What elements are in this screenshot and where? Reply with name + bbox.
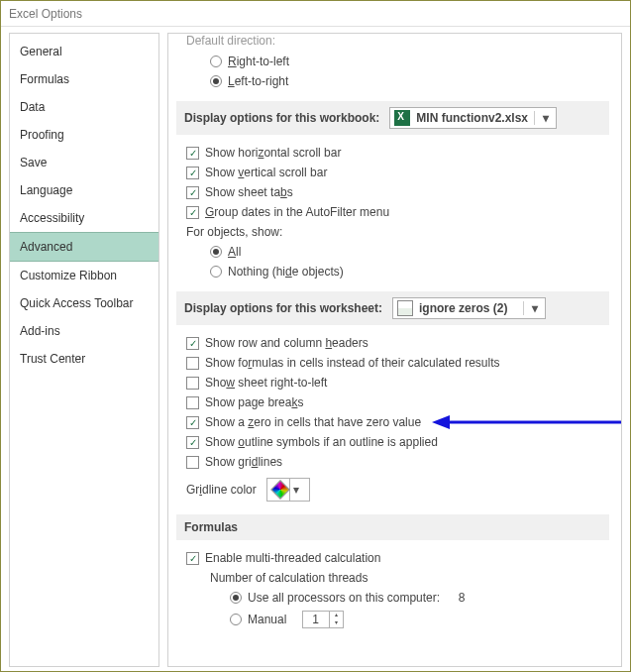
workbook-name: MIN functionv2.xlsx: [416, 111, 528, 125]
dialog-body: General Formulas Data Proofing Save Lang…: [1, 27, 630, 672]
sidebar-item-data[interactable]: Data: [10, 93, 158, 121]
default-direction-label: Default direction:: [182, 34, 609, 52]
radio-objects-all-label: All: [228, 245, 241, 259]
chk-hscroll[interactable]: [186, 147, 199, 160]
radio-left-to-right-label: Left-to-right: [228, 74, 288, 88]
manual-threads-value: 1: [303, 613, 329, 626]
sidebar-item-proofing[interactable]: Proofing: [10, 121, 158, 149]
sidebar-item-addins[interactable]: Add-ins: [10, 317, 158, 345]
chk-outline-symbols-label: Show outline symbols if an outline is ap…: [205, 435, 438, 449]
worksheet-icon: [397, 300, 413, 316]
radio-objects-all[interactable]: [210, 246, 222, 258]
options-panel: Default direction: Right-to-left Left-to…: [167, 33, 622, 667]
chevron-down-icon: ▾: [534, 111, 552, 125]
category-sidebar: General Formulas Data Proofing Save Lang…: [9, 33, 159, 667]
chevron-down-icon: ▾: [523, 301, 541, 315]
spin-down-icon[interactable]: ▾: [330, 619, 343, 627]
svg-marker-1: [432, 415, 450, 429]
radio-objects-nothing-label: Nothing (hide objects): [228, 265, 344, 279]
spin-up-icon[interactable]: ▴: [330, 612, 343, 619]
radio-all-processors[interactable]: [230, 592, 242, 604]
section-workbook-label: Display options for this workbook:: [184, 111, 379, 125]
chk-show-formulas-label: Show formulas in cells instead of their …: [205, 356, 499, 370]
section-formulas: Formulas: [176, 514, 609, 540]
radio-right-to-left[interactable]: [210, 56, 222, 67]
color-swatch-icon: [270, 480, 290, 500]
num-threads-label: Number of calculation threads: [182, 568, 609, 588]
sidebar-item-advanced[interactable]: Advanced: [10, 232, 158, 262]
worksheet-name: ignore zeros (2): [419, 301, 507, 315]
chk-gridlines-label: Show gridlines: [205, 455, 282, 469]
section-formulas-label: Formulas: [184, 520, 238, 534]
chk-sheet-rtl-label: Show sheet right-to-left: [205, 376, 327, 390]
chk-zero-values-label: Show a zero in cells that have zero valu…: [205, 415, 421, 429]
chk-group-dates-label: Group dates in the AutoFilter menu: [205, 205, 389, 219]
radio-manual-label: Manual: [248, 613, 286, 626]
chk-sheet-tabs[interactable]: [186, 186, 199, 199]
chk-outline-symbols[interactable]: [186, 436, 199, 449]
chk-hscroll-label: Show horizontal scroll bar: [205, 146, 341, 160]
radio-right-to-left-label: Right-to-left: [228, 55, 289, 68]
chk-multithread-label: Enable multi-threaded calculation: [205, 551, 380, 565]
excel-file-icon: [394, 110, 410, 126]
sidebar-item-customize-ribbon[interactable]: Customize Ribbon: [10, 262, 158, 289]
manual-threads-spinner[interactable]: 1 ▴▾: [302, 611, 344, 628]
section-worksheet-label: Display options for this worksheet:: [184, 301, 382, 315]
chk-gridlines[interactable]: [186, 456, 199, 469]
radio-objects-nothing[interactable]: [210, 266, 222, 278]
chk-page-breaks[interactable]: [186, 396, 199, 409]
sidebar-item-trust-center[interactable]: Trust Center: [10, 345, 158, 373]
sidebar-item-general[interactable]: General: [10, 38, 158, 65]
sidebar-item-accessibility[interactable]: Accessibility: [10, 204, 158, 232]
section-worksheet-display: Display options for this worksheet: igno…: [176, 291, 609, 325]
radio-manual-threads[interactable]: [230, 614, 242, 625]
chk-group-dates[interactable]: [186, 206, 199, 219]
workbook-selector[interactable]: MIN functionv2.xlsx ▾: [389, 107, 557, 129]
dialog-title: Excel Options: [1, 1, 630, 27]
worksheet-selector[interactable]: ignore zeros (2) ▾: [392, 297, 546, 319]
chk-vscroll-label: Show vertical scroll bar: [205, 166, 327, 179]
sidebar-item-formulas[interactable]: Formulas: [10, 65, 158, 93]
chk-row-col-headers-label: Show row and column headers: [205, 336, 368, 350]
processor-count: 8: [459, 591, 466, 605]
gridline-color-label: Gridline color: [186, 483, 257, 497]
for-objects-label: For objects, show:: [182, 222, 609, 242]
chk-zero-values[interactable]: [186, 416, 199, 429]
sidebar-item-language[interactable]: Language: [10, 176, 158, 204]
chk-page-breaks-label: Show page breaks: [205, 395, 303, 409]
gridline-color-picker[interactable]: ▾: [266, 478, 310, 502]
chk-sheet-tabs-label: Show sheet tabs: [205, 185, 293, 199]
sidebar-item-save[interactable]: Save: [10, 149, 158, 176]
chk-multithread[interactable]: [186, 552, 199, 565]
chk-vscroll[interactable]: [186, 167, 199, 179]
chk-sheet-rtl[interactable]: [186, 377, 199, 390]
section-workbook-display: Display options for this workbook: MIN f…: [176, 101, 609, 135]
sidebar-item-qat[interactable]: Quick Access Toolbar: [10, 289, 158, 317]
chk-row-col-headers[interactable]: [186, 337, 199, 350]
radio-left-to-right[interactable]: [210, 75, 222, 87]
chevron-down-icon: ▾: [289, 479, 303, 501]
chk-show-formulas[interactable]: [186, 357, 199, 370]
annotation-arrow: [430, 412, 621, 432]
radio-all-processors-label: Use all processors on this computer:: [248, 591, 440, 605]
